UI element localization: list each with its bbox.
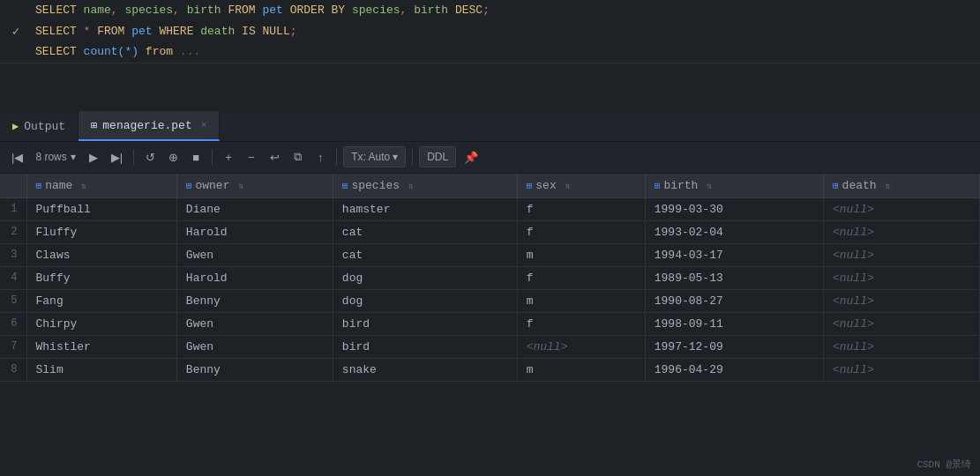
cell-birth[interactable]: 1996-04-29 — [645, 358, 823, 381]
cell-owner[interactable]: Benny — [176, 358, 333, 381]
sort-arrows-birth: ⇅ — [701, 182, 712, 191]
copy-button[interactable]: ⧉ — [288, 146, 307, 167]
pin-button[interactable]: 📌 — [460, 146, 483, 167]
cell-species[interactable]: snake — [333, 358, 517, 381]
row-number: 3 — [0, 243, 26, 266]
table-row[interactable]: 7WhistlerGwenbird<null>1997-12-09<null> — [0, 335, 980, 358]
output-tab-label: Output — [24, 120, 65, 133]
row-number: 6 — [0, 312, 26, 335]
col-header-birth[interactable]: ⊞birth ⇅ — [645, 174, 823, 198]
cell-species[interactable]: cat — [333, 243, 517, 266]
sql-token: SELECT — [35, 45, 84, 58]
ddl-button[interactable]: DDL — [419, 146, 456, 167]
table-row[interactable]: 4BuffyHarolddogf1989-05-13<null> — [0, 266, 980, 289]
col-header-death[interactable]: ⊞death ⇅ — [823, 174, 979, 198]
sql-token: birth — [414, 4, 455, 17]
cell-death[interactable]: <null> — [823, 289, 979, 312]
nav-first-button[interactable]: |◀ — [7, 146, 27, 167]
cell-owner[interactable]: Harold — [176, 266, 333, 289]
col-header-name[interactable]: ⊞name ⇅ — [26, 174, 176, 198]
tx-auto-button[interactable]: Tx: Auto ▾ — [343, 146, 406, 167]
cell-species[interactable]: hamster — [333, 197, 517, 220]
null-value: <null> — [833, 317, 874, 331]
cell-owner[interactable]: Harold — [176, 220, 333, 243]
row-number: 1 — [0, 197, 26, 220]
sql-token: FROM — [228, 4, 262, 17]
cell-sex[interactable]: f — [517, 197, 645, 220]
table-row[interactable]: 6ChirpyGwenbirdf1998-09-11<null> — [0, 312, 980, 335]
cell-name[interactable]: Chirpy — [26, 312, 176, 335]
cell-birth[interactable]: 1997-12-09 — [645, 335, 823, 358]
undo-button[interactable]: ↩ — [265, 146, 284, 167]
table-row[interactable]: 5FangBennydogm1990-08-27<null> — [0, 289, 980, 312]
cell-sex[interactable]: <null> — [517, 335, 645, 358]
cell-owner[interactable]: Benny — [176, 289, 333, 312]
cell-species[interactable]: bird — [333, 312, 517, 335]
cell-birth[interactable]: 1993-02-04 — [645, 220, 823, 243]
cell-birth[interactable]: 1990-08-27 — [645, 289, 823, 312]
tab-close-button[interactable]: × — [201, 120, 207, 130]
cell-death[interactable]: <null> — [823, 243, 979, 266]
cell-owner[interactable]: Gwen — [176, 243, 333, 266]
cell-sex[interactable]: f — [517, 266, 645, 289]
cell-sex[interactable]: f — [517, 312, 645, 335]
cell-birth[interactable]: 1998-09-11 — [645, 312, 823, 335]
cell-death[interactable]: <null> — [823, 197, 979, 220]
sql-line-content-2[interactable]: SELECT * FROM pet WHERE death IS NULL; — [32, 23, 980, 41]
sql-token: species — [352, 4, 400, 17]
nav-next-button[interactable]: ▶ — [84, 146, 103, 167]
sql-line-content-3[interactable]: SELECT count(*) from ... — [32, 43, 980, 61]
cell-name[interactable]: Puffball — [26, 197, 176, 220]
nav-last-button[interactable]: ▶| — [107, 146, 127, 167]
cell-sex[interactable]: m — [517, 358, 645, 381]
tab-table[interactable]: ⊞ menagerie.pet × — [79, 111, 220, 141]
cell-owner[interactable]: Gwen — [176, 312, 333, 335]
refresh-button[interactable]: ↺ — [140, 146, 160, 167]
null-value: <null> — [833, 294, 874, 308]
cell-name[interactable]: Buffy — [26, 266, 176, 289]
cell-name[interactable]: Claws — [26, 243, 176, 266]
sql-line-content-1[interactable]: SELECT name, species, birth FROM pet ORD… — [32, 2, 980, 19]
cell-name[interactable]: Fluffy — [26, 220, 176, 243]
cell-species[interactable]: dog — [333, 289, 517, 312]
cell-owner[interactable]: Gwen — [176, 335, 333, 358]
table-row[interactable]: 8SlimBennysnakem1996-04-29<null> — [0, 358, 980, 381]
col-icon-owner: ⊞ — [186, 181, 192, 191]
cell-sex[interactable]: m — [517, 289, 645, 312]
cell-death[interactable]: <null> — [823, 335, 979, 358]
cell-death[interactable]: <null> — [823, 312, 979, 335]
cell-owner[interactable]: Diane — [176, 197, 333, 220]
table-row[interactable]: 2FluffyHaroldcatf1993-02-04<null> — [0, 220, 980, 243]
cell-birth[interactable]: 1999-03-30 — [645, 197, 823, 220]
cell-name[interactable]: Slim — [26, 358, 176, 381]
cell-name[interactable]: Fang — [26, 289, 176, 312]
cell-species[interactable]: bird — [333, 335, 517, 358]
move-up-button[interactable]: ↑ — [310, 146, 330, 167]
cell-species[interactable]: cat — [333, 220, 517, 243]
sep-3 — [336, 149, 337, 165]
remove-row-button[interactable]: − — [242, 146, 261, 167]
cell-species[interactable]: dog — [333, 266, 517, 289]
cell-sex[interactable]: f — [517, 220, 645, 243]
cell-sex[interactable]: m — [517, 243, 645, 266]
table-row[interactable]: 3ClawsGwencatm1994-03-17<null> — [0, 243, 980, 266]
cell-name[interactable]: Whistler — [26, 335, 176, 358]
rows-count[interactable]: 8 rows ▾ — [31, 149, 79, 165]
stop-button[interactable]: ■ — [186, 146, 206, 167]
col-header-owner[interactable]: ⊞owner ⇅ — [176, 174, 333, 198]
col-header-sex[interactable]: ⊞sex ⇅ — [517, 174, 645, 198]
add-row-button[interactable]: + — [219, 146, 238, 167]
tab-output[interactable]: ▶ Output — [0, 111, 79, 141]
zoom-button[interactable]: ⊕ — [163, 146, 183, 167]
table-row[interactable]: 1PuffballDianehamsterf1999-03-30<null> — [0, 197, 980, 220]
cell-birth[interactable]: 1989-05-13 — [645, 266, 823, 289]
null-value: <null> — [833, 340, 874, 353]
sql-token: count(*) — [84, 45, 146, 58]
cell-death[interactable]: <null> — [823, 358, 979, 381]
cell-birth[interactable]: 1994-03-17 — [645, 243, 823, 266]
sql-token: * — [84, 25, 98, 38]
cell-death[interactable]: <null> — [823, 220, 979, 243]
null-value: <null> — [527, 340, 568, 353]
col-header-species[interactable]: ⊞species ⇅ — [333, 174, 517, 198]
cell-death[interactable]: <null> — [823, 266, 979, 289]
